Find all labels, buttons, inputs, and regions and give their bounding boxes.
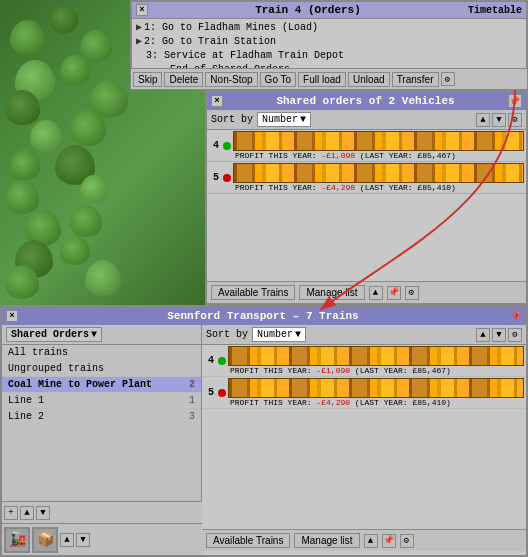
train-entry-profit-4: PROFIT THIS YEAR: -£1,090 (LAST YEAR: £8…	[228, 366, 524, 375]
unload-button[interactable]: Unload	[348, 72, 390, 87]
bottom-panel-close[interactable]: ×	[6, 310, 18, 322]
order-line-2: ▶ 2: Go to Train Station	[136, 35, 522, 49]
sidebar-item-ungrouped[interactable]: Ungrouped trains	[2, 361, 201, 377]
profit-line-4: PROFIT THIS YEAR: -£1,090 (LAST YEAR: £8…	[233, 151, 524, 160]
shared-orders-titlebar: × Shared orders of 2 Vehicles 📌	[207, 92, 526, 110]
train-footer-settings[interactable]: ⚙	[400, 534, 414, 548]
footer-pin[interactable]: 📌	[387, 286, 401, 300]
sort-label: Sort by	[211, 114, 253, 125]
sidebar-coal-mine-label: Coal Mine to Power Plant	[8, 379, 152, 390]
vehicle-detail-5: PROFIT THIS YEAR: -£4,290 (LAST YEAR: £8…	[233, 163, 524, 192]
train-list-sort-option: Number	[257, 329, 293, 340]
train-window-title: Train 4 (Orders)	[255, 4, 361, 16]
train-available-trains-btn[interactable]: Available Trains	[206, 533, 290, 548]
shared-orders-settings-icon[interactable]: ⚙	[508, 113, 522, 127]
train-entry-5[interactable]: 5 PROFIT THIS YEAR: -£4,290 (LAST YEAR: …	[202, 377, 526, 409]
delete-button[interactable]: Delete	[164, 72, 203, 87]
train-list-sort-asc[interactable]: ▲	[476, 328, 490, 342]
transfer-button[interactable]: Transfer	[392, 72, 439, 87]
bottom-panel-title: Sennford Transport – 7 Trains	[167, 310, 358, 322]
train-window-close[interactable]: ×	[136, 4, 148, 16]
go-to-button[interactable]: Go To	[260, 72, 297, 87]
sidebar-header: Shared Orders ▼	[2, 325, 201, 345]
tree-decoration	[80, 30, 112, 62]
tree-decoration	[5, 180, 39, 214]
tree-decoration	[60, 55, 90, 85]
train-entry-profit-5: PROFIT THIS YEAR: -£4,290 (LAST YEAR: £8…	[228, 398, 524, 407]
vehicle-num-4: 4	[209, 140, 223, 151]
sidebar-item-line1[interactable]: Line 1 1	[2, 393, 201, 409]
train-graphic-4	[233, 131, 524, 151]
shared-orders-close[interactable]: ×	[211, 95, 223, 107]
train-list-footer: Available Trains Manage list ▲ 📌 ⚙	[202, 529, 526, 551]
sidebar-group-dropdown[interactable]: Shared Orders ▼	[6, 327, 102, 342]
train-entry-4[interactable]: 4 PROFIT THIS YEAR: -£1,090 (LAST YEAR: …	[202, 345, 526, 377]
shared-orders-panel: × Shared orders of 2 Vehicles 📌 Sort by …	[205, 90, 528, 305]
order-line-1: ▶ 1: Go to Fladham Mines (Load)	[136, 21, 522, 35]
train-footer-pin[interactable]: 📌	[382, 534, 396, 548]
bottom-scroll-up[interactable]: ▲	[60, 533, 74, 547]
train-footer-scroll-up[interactable]: ▲	[364, 534, 378, 548]
train-entry-num-5: 5	[204, 387, 218, 398]
shared-orders-pin[interactable]: 📌	[508, 94, 522, 108]
sort-desc-icon[interactable]: ▼	[492, 113, 506, 127]
sidebar-add-icon[interactable]: +	[4, 506, 18, 520]
train-list-sort-desc[interactable]: ▼	[492, 328, 506, 342]
sidebar-group-label: Shared Orders	[11, 329, 89, 340]
train-list-sortbar: Sort by Number ▼ ▲ ▼ ⚙	[202, 325, 526, 345]
bottom-scroll-down[interactable]: ▼	[76, 533, 90, 547]
train-entry-detail-4: PROFIT THIS YEAR: -£1,090 (LAST YEAR: £8…	[228, 346, 524, 375]
sidebar-scroll-up[interactable]: ▲	[20, 506, 34, 520]
tree-decoration	[5, 265, 39, 299]
sort-asc-icon[interactable]: ▲	[476, 113, 490, 127]
train-manage-list-btn[interactable]: Manage list	[294, 533, 359, 548]
sidebar-item-all-trains[interactable]: All trains	[2, 345, 201, 361]
sidebar-all-trains-label: All trains	[8, 347, 68, 358]
train-list-sort-dropdown[interactable]: Number ▼	[252, 327, 306, 342]
train-entry-graphic-4	[228, 346, 524, 366]
bottom-panel: × Sennford Transport – 7 Trains 📌 Shared…	[0, 305, 528, 557]
tree-decoration	[80, 175, 108, 203]
tree-decoration	[30, 120, 62, 152]
vehicle-item-5[interactable]: 5 PROFIT THIS YEAR: -£4,290 (LAST YEAR: …	[207, 162, 526, 194]
shared-orders-title: Shared orders of 2 Vehicles	[276, 95, 454, 107]
sidebar-item-coal-mine[interactable]: Coal Mine to Power Plant 2	[2, 377, 201, 393]
available-trains-btn[interactable]: Available Trains	[211, 285, 295, 300]
sort-icons: ▲ ▼ ⚙	[476, 113, 522, 127]
bottom-panel-titlebar: × Sennford Transport – 7 Trains 📌	[2, 307, 526, 325]
bottom-panel-pin[interactable]: 📌	[508, 309, 522, 323]
non-stop-button[interactable]: Non-Stop	[205, 72, 257, 87]
order-line-3: 3: Service at Fladham Train Depot	[136, 49, 522, 63]
toolbar-extra-icon[interactable]: ⚙	[441, 72, 455, 86]
train-entry-detail-5: PROFIT THIS YEAR: -£4,290 (LAST YEAR: £8…	[228, 378, 524, 407]
bottom-icons-bar: 🚂 📦 ▲ ▼	[2, 523, 202, 555]
sort-dropdown[interactable]: Number ▼	[257, 112, 311, 127]
train-entry-num-4: 4	[204, 355, 218, 366]
train-list-sort-label: Sort by	[206, 329, 248, 340]
tree-decoration	[10, 20, 45, 55]
sidebar-item-line2[interactable]: Line 2 3	[2, 409, 201, 425]
sidebar-line2-count: 3	[189, 411, 195, 422]
orders-toolbar: Skip Delete Non-Stop Go To Full load Unl…	[130, 68, 528, 90]
vehicle-item-4[interactable]: 4 PROFIT THIS YEAR: -£1,090 (LAST YEAR: …	[207, 130, 526, 162]
footer-scroll-up[interactable]: ▲	[369, 286, 383, 300]
tree-decoration	[85, 260, 121, 296]
train-list-sidebar: Shared Orders ▼ All trains Ungrouped tra…	[2, 325, 202, 551]
order-arrow: ▶	[136, 35, 142, 49]
bottom-icon-2[interactable]: 📦	[32, 527, 58, 553]
train-list-right: Sort by Number ▼ ▲ ▼ ⚙ 4	[202, 325, 526, 551]
bottom-content: Shared Orders ▼ All trains Ungrouped tra…	[2, 325, 526, 551]
sidebar-dropdown-arrow: ▼	[91, 329, 97, 340]
train-entry-graphic-5	[228, 378, 524, 398]
full-load-button[interactable]: Full load	[298, 72, 346, 87]
manage-list-btn[interactable]: Manage list	[299, 285, 364, 300]
skip-button[interactable]: Skip	[133, 72, 162, 87]
footer-settings[interactable]: ⚙	[405, 286, 419, 300]
sidebar-scroll-down[interactable]: ▼	[36, 506, 50, 520]
sidebar-line2-label: Line 2	[8, 411, 44, 422]
sidebar-line1-count: 1	[189, 395, 195, 406]
shared-orders-footer: Available Trains Manage list ▲ 📌 ⚙	[207, 281, 526, 303]
timetable-btn[interactable]: Timetable	[468, 5, 522, 16]
train-list-settings[interactable]: ⚙	[508, 328, 522, 342]
bottom-icon-1[interactable]: 🚂	[4, 527, 30, 553]
